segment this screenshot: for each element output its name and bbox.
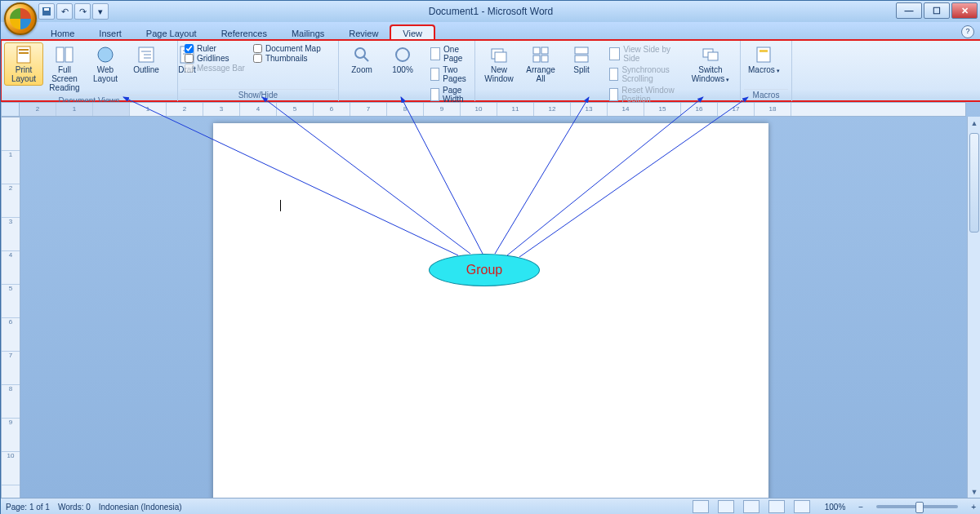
tab-mailings[interactable]: Mailings	[279, 25, 336, 40]
ruler-corner[interactable]	[1, 102, 20, 117]
window-title: Document1 - Microsoft Word	[1, 6, 980, 17]
hundred-percent-button[interactable]: 100%	[383, 42, 422, 77]
tab-view[interactable]: View	[390, 25, 434, 40]
view-print-layout-icon[interactable]	[693, 500, 709, 513]
office-button[interactable]	[4, 2, 37, 35]
help-icon[interactable]: ?	[961, 25, 974, 38]
chevron-down-icon: ▾	[726, 77, 729, 82]
group-show-hide: Ruler Gridlines Message Bar Document Map…	[178, 41, 339, 101]
side-by-side-icon	[609, 47, 620, 60]
minimize-button[interactable]: —	[896, 2, 922, 19]
redo-icon[interactable]: ↷	[74, 3, 91, 20]
annotation-ellipse: Group	[429, 254, 540, 286]
group-label-show-hide: Show/Hide	[181, 89, 335, 101]
close-button[interactable]: ✕	[951, 2, 978, 19]
tab-references[interactable]: References	[209, 25, 279, 40]
vertical-scrollbar[interactable]: ▲ ▼	[967, 117, 980, 498]
thumbnails-checkbox[interactable]: Thumbnails	[253, 54, 321, 63]
scrollbar-thumb[interactable]	[969, 133, 979, 233]
ribbon-tabs: Home Insert Page Layout References Maili…	[1, 22, 980, 40]
vertical-ruler[interactable]: 12345678910	[1, 117, 20, 498]
arrange-all-label: Arrange All	[525, 65, 556, 83]
gridlines-label: Gridlines	[197, 54, 229, 63]
reset-pos-icon	[609, 88, 618, 101]
svg-rect-3	[19, 49, 29, 51]
status-zoom[interactable]: 100%	[825, 503, 846, 512]
one-page-button[interactable]: One Page	[427, 44, 473, 64]
full-screen-reading-button[interactable]: Full Screen Reading	[45, 42, 84, 95]
svg-rect-23	[541, 55, 548, 62]
svg-rect-6	[65, 47, 73, 62]
macros-label: Macros	[748, 65, 775, 74]
tab-insert[interactable]: Insert	[87, 25, 134, 40]
save-icon[interactable]	[38, 3, 55, 20]
app-window: ↶ ↷ ▾ Document1 - Microsoft Word — ☐ ✕ H…	[0, 0, 980, 514]
synchronous-scrolling-button: Synchronous Scrolling	[606, 64, 679, 84]
print-layout-icon	[14, 45, 33, 64]
two-pages-label: Two Pages	[443, 65, 470, 83]
svg-rect-24	[575, 47, 588, 54]
zoom-in-button[interactable]: +	[971, 503, 976, 512]
view-full-screen-icon[interactable]	[718, 500, 734, 513]
thumbnails-label: Thumbnails	[265, 54, 308, 63]
group-macros: Macros▾ Macros	[741, 41, 792, 101]
maximize-button[interactable]: ☐	[924, 2, 950, 19]
switch-windows-button[interactable]: Switch Windows▾	[684, 42, 737, 86]
document-map-checkbox[interactable]: Document Map	[253, 44, 321, 53]
new-window-button[interactable]: New Window	[479, 42, 519, 86]
status-page[interactable]: Page: 1 of 1	[6, 503, 50, 512]
status-bar: Page: 1 of 1 Words: 0 Indonesian (Indone…	[1, 498, 980, 514]
title-bar: ↶ ↷ ▾ Document1 - Microsoft Word — ☐ ✕	[1, 1, 980, 22]
svg-rect-19	[495, 52, 506, 62]
tab-review[interactable]: Review	[336, 25, 390, 40]
zoom-out-button[interactable]: −	[858, 503, 863, 512]
outline-button[interactable]: Outline	[127, 42, 166, 77]
tab-page-layout[interactable]: Page Layout	[134, 25, 209, 40]
two-pages-button[interactable]: Two Pages	[427, 64, 473, 84]
web-layout-label: Web Layout	[90, 65, 121, 83]
scroll-down-icon[interactable]: ▼	[968, 485, 980, 498]
undo-icon[interactable]: ↶	[56, 3, 73, 20]
svg-rect-29	[760, 50, 768, 52]
svg-rect-27	[708, 52, 718, 60]
macros-button[interactable]: Macros▾	[744, 42, 784, 78]
svg-point-7	[98, 47, 113, 62]
view-draft-icon[interactable]	[794, 500, 810, 513]
svg-rect-25	[575, 55, 588, 62]
outline-icon	[136, 45, 156, 64]
print-layout-button[interactable]: Print Layout	[4, 42, 43, 86]
zoom-button[interactable]: Zoom	[342, 42, 381, 77]
gridlines-checkbox[interactable]: Gridlines	[185, 54, 245, 63]
group-label-macros: Macros	[744, 89, 788, 101]
horizontal-ruler[interactable]: 21123456789101112131415161718	[19, 102, 966, 117]
status-language[interactable]: Indonesian (Indonesia)	[99, 503, 182, 512]
message-bar-label: Message Bar	[197, 64, 245, 73]
qat-dropdown-icon[interactable]: ▾	[92, 3, 109, 20]
full-screen-label: Full Screen Reading	[49, 65, 80, 92]
status-words[interactable]: Words: 0	[58, 503, 91, 512]
two-pages-icon	[430, 68, 439, 81]
view-outline-icon[interactable]	[768, 500, 785, 513]
one-page-icon	[430, 47, 440, 60]
ruler-checkbox[interactable]: Ruler	[185, 44, 245, 53]
side-by-side-label: View Side by Side	[623, 45, 676, 63]
one-page-label: One Page	[443, 45, 470, 63]
ribbon: Print Layout Full Screen Reading Web Lay…	[1, 40, 980, 101]
arrange-all-button[interactable]: Arrange All	[521, 42, 560, 86]
document-page[interactable]	[213, 123, 768, 514]
split-button[interactable]: Split	[562, 42, 601, 77]
svg-rect-28	[757, 47, 770, 62]
magnifier-icon	[352, 45, 372, 64]
scroll-up-icon[interactable]: ▲	[968, 117, 980, 130]
group-document-views: Print Layout Full Screen Reading Web Lay…	[1, 41, 178, 101]
arrange-all-icon	[531, 45, 550, 64]
hundred-label: 100%	[392, 65, 413, 74]
zoom-slider[interactable]	[876, 505, 958, 508]
group-window: New Window Arrange All Split View Side b…	[475, 41, 741, 101]
window-controls: — ☐ ✕	[894, 2, 978, 19]
tab-home[interactable]: Home	[38, 25, 87, 40]
web-layout-button[interactable]: Web Layout	[86, 42, 125, 86]
reset-pos-label: Reset Window Position	[621, 86, 676, 104]
view-web-layout-icon[interactable]	[743, 500, 760, 513]
web-layout-icon	[96, 45, 115, 64]
